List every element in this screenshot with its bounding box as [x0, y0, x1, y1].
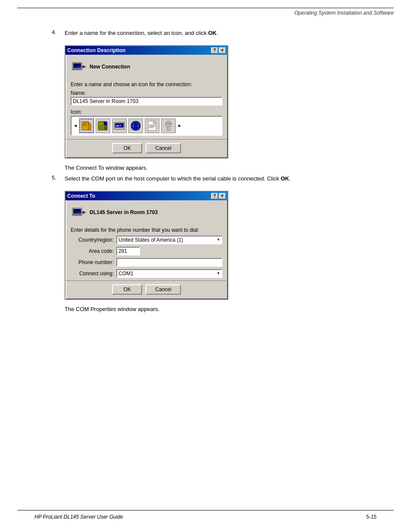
connection-ok-button[interactable]: OK — [112, 143, 142, 153]
connect-to-buttons: OK Cancel — [71, 284, 222, 295]
connection-description-dialog: Connection Description ? × New Con — [65, 45, 228, 159]
area-code-input[interactable] — [116, 247, 140, 255]
connection-prompt: Enter a name and choose an icon for the … — [71, 81, 222, 87]
step-5-text: Select the COM port on the host computer… — [65, 174, 291, 183]
svg-rect-1 — [73, 63, 81, 68]
icon-1[interactable] — [79, 118, 94, 133]
svg-rect-11 — [99, 123, 103, 123]
step-5: 5. Select the COM port on the host compu… — [52, 174, 377, 183]
area-code-row: Area code: — [71, 247, 222, 255]
icon-6[interactable] — [161, 118, 176, 133]
titlebar-buttons: ? × — [211, 47, 226, 53]
country-row: Country/region: United States of America… — [71, 236, 222, 244]
country-dropdown-arrow: ▼ — [217, 238, 220, 242]
svg-marker-34 — [83, 211, 86, 214]
svg-rect-32 — [73, 209, 81, 214]
connect-to-icon-row: DL145 Server in Room 1703 — [71, 205, 222, 223]
connection-dialog-buttons: OK Cancel — [71, 143, 222, 153]
svg-rect-4 — [77, 66, 83, 67]
step-5-intro: Select the COM port on the host computer… — [65, 175, 280, 182]
svg-point-14 — [104, 121, 107, 125]
connect-to-body: DL145 Server in Room 1703 Enter details … — [65, 200, 227, 299]
connection-dialog-body: New Connection Enter a name and choose a… — [65, 55, 227, 158]
footer-content: HP ProLiant DL145 Server User Guide 5-15 — [17, 514, 394, 520]
connect-using-label: Connect using: — [71, 271, 114, 277]
close-button-connect[interactable]: × — [219, 193, 226, 199]
svg-rect-35 — [77, 212, 83, 213]
dialog-titlebar-connection: Connection Description ? × — [65, 46, 227, 55]
name-label: Name: — [71, 90, 222, 96]
main-content: 4. Enter a name for the connection, sele… — [52, 29, 377, 313]
connect-to-dialog-title: Connect To — [67, 193, 95, 199]
svg-rect-29 — [167, 127, 170, 131]
new-connection-icon — [71, 59, 86, 75]
svg-marker-9 — [88, 122, 91, 130]
icon-label: Icon: — [71, 109, 222, 115]
country-label: Country/region: — [71, 237, 114, 243]
connection-dialog-title: Connection Description — [67, 47, 125, 53]
close-button-connection[interactable]: × — [219, 47, 226, 53]
connection-icon-row: New Connection — [71, 59, 222, 77]
step-4-period: . — [217, 30, 218, 36]
icon-scroll-right[interactable]: ► — [177, 123, 182, 128]
connect-to-connection-label: DL145 Server in Room 1703 — [90, 209, 158, 215]
footer-left: HP ProLiant DL145 Server User Guide — [34, 514, 123, 520]
icon-scroll-left[interactable]: ◄ — [73, 123, 78, 128]
connect-to-cancel-button[interactable]: Cancel — [146, 284, 181, 295]
icon-4[interactable] — [128, 118, 143, 133]
connect-using-value: COM1 — [118, 271, 134, 277]
step-5-period: . — [289, 175, 291, 182]
svg-rect-30 — [165, 123, 171, 124]
name-input[interactable] — [71, 97, 222, 106]
country-value: United States of America (1) — [118, 237, 183, 243]
dialog-separator-1 — [65, 139, 227, 140]
caption-1: The Connect To window appears. — [65, 164, 377, 172]
header-line — [17, 8, 394, 8]
svg-rect-25 — [149, 125, 155, 125]
connect-to-titlebar-buttons: ? × — [211, 193, 226, 199]
step-4-intro: Enter a name for the connection, select … — [65, 30, 208, 36]
connect-using-dropdown-arrow: ▼ — [217, 271, 220, 275]
connect-using-select[interactable]: COM1 ▼ — [116, 269, 222, 278]
svg-rect-27 — [149, 128, 153, 128]
icon-5[interactable] — [145, 118, 159, 133]
phone-row: Phone number: — [71, 258, 222, 267]
connect-to-connection-icon — [71, 205, 86, 220]
svg-marker-3 — [83, 65, 86, 68]
connect-using-row: Connect using: COM1 ▼ — [71, 269, 222, 278]
country-select[interactable]: United States of America (1) ▼ — [116, 236, 222, 244]
svg-rect-12 — [99, 124, 103, 124]
caption-2: The COM Properties window appears. — [65, 305, 377, 314]
phone-input[interactable] — [116, 258, 222, 267]
step-4-bold: OK — [208, 30, 217, 36]
svg-rect-6 — [83, 123, 87, 123]
footer-right: 5-15 — [366, 514, 377, 520]
svg-rect-2 — [72, 69, 82, 70]
connection-cancel-button[interactable]: Cancel — [146, 143, 181, 153]
area-code-label: Area code: — [71, 248, 114, 254]
icon-2[interactable] — [96, 118, 110, 133]
icon-selector: ◄ — [71, 116, 222, 136]
connect-to-dialog: Connect To ? × DL145 Server in Room 1703… — [65, 191, 228, 300]
step-4-number: 4. — [52, 29, 65, 37]
svg-rect-33 — [72, 215, 82, 215]
footer-line — [17, 510, 394, 510]
new-connection-label: New Connection — [90, 64, 130, 70]
step-4: 4. Enter a name for the connection, sele… — [52, 29, 377, 37]
connect-to-prompt: Enter details for the phone number that … — [71, 227, 222, 233]
help-button-connection[interactable]: ? — [211, 47, 218, 53]
step-5-number: 5. — [52, 174, 65, 183]
svg-rect-7 — [83, 124, 87, 124]
svg-text:MCT: MCT — [116, 124, 121, 127]
svg-rect-8 — [83, 125, 86, 126]
step-5-bold: OK — [280, 175, 289, 182]
icon-3[interactable]: MCT — [112, 118, 127, 133]
header-text: Operating System Installation and Softwa… — [17, 10, 394, 16]
step-4-text: Enter a name for the connection, select … — [65, 29, 218, 37]
help-button-connect[interactable]: ? — [211, 193, 218, 199]
svg-rect-26 — [149, 126, 155, 127]
dialog-titlebar-connect: Connect To ? × — [65, 192, 227, 200]
dialog-separator-2 — [65, 280, 227, 281]
connect-to-ok-button[interactable]: OK — [112, 284, 142, 295]
phone-label: Phone number: — [71, 259, 114, 265]
